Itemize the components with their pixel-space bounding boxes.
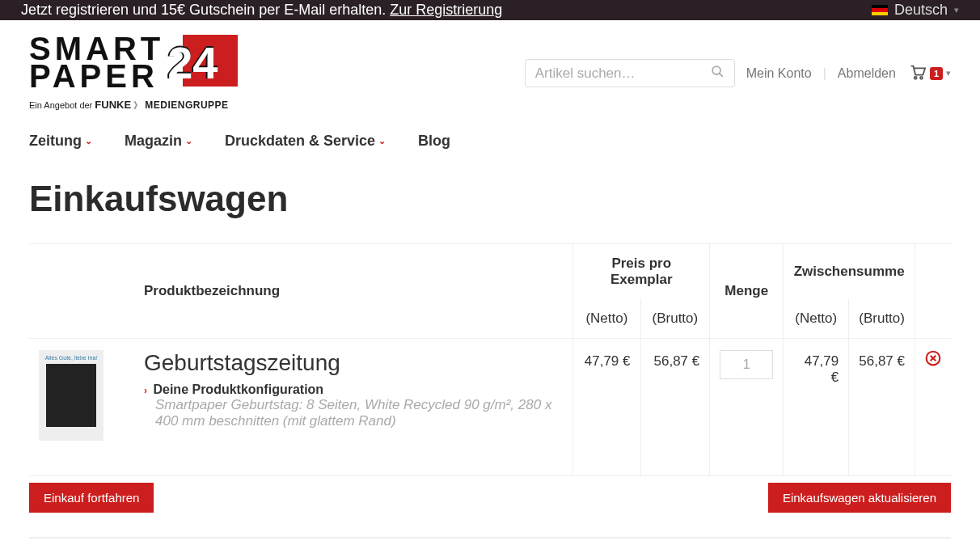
promo-text-content: Jetzt registrieren und 15€ Gutschein per…: [21, 2, 390, 18]
cart-actions: Einkauf fortfahren Einkaufswagen aktuali…: [29, 476, 951, 538]
logo-24-icon: 24: [169, 35, 238, 94]
svg-point-0: [712, 66, 720, 74]
promo-link[interactable]: Zur Registrierung: [390, 2, 502, 18]
col-product: Produktbezeichnung: [134, 244, 573, 339]
chevron-down-icon: ⌄: [85, 136, 92, 146]
search-icon[interactable]: [711, 65, 724, 82]
subtotal-brutto: 56,87 €: [849, 339, 915, 476]
nav-label: Druckdaten & Service: [225, 133, 375, 150]
price-brutto: 56,87 €: [640, 339, 710, 476]
flag-germany-icon: [872, 5, 888, 15]
col-sub-brutto: (Brutto): [849, 299, 915, 339]
config-toggle[interactable]: › Deine Produktkonfiguration: [144, 382, 563, 397]
col-sub-netto: (Netto): [784, 299, 849, 339]
nav-label: Blog: [418, 133, 450, 150]
svg-point-2: [915, 76, 917, 78]
cart-table: Produktbezeichnung Preis pro Exemplar Me…: [29, 243, 951, 539]
price-netto: 47,79 €: [573, 339, 640, 476]
logout-link[interactable]: Abmelden: [838, 66, 896, 81]
quantity-input[interactable]: [720, 350, 773, 379]
nav-item-druckdaten[interactable]: Druckdaten & Service ⌄: [225, 133, 386, 150]
header: SMART PAPER 24 Ein Angebot der FUNKE 》 M…: [29, 20, 951, 118]
product-thumbnail[interactable]: Alles Gute, liebe Ina!: [39, 350, 103, 441]
col-netto: (Netto): [573, 299, 640, 339]
promo-text: Jetzt registrieren und 15€ Gutschein per…: [21, 2, 502, 19]
caret-right-icon: ›: [144, 385, 147, 396]
nav-item-zeitung[interactable]: Zeitung ⌄: [29, 133, 92, 150]
chevron-down-icon: ▾: [954, 5, 959, 15]
mini-cart[interactable]: 1 ▾: [907, 63, 951, 84]
chevron-down-icon: ⌄: [185, 136, 192, 146]
language-switcher[interactable]: Deutsch ▾: [872, 2, 959, 19]
config-detail: Smartpaper Geburtstag: 8 Seiten, White R…: [155, 397, 563, 430]
divider: |: [823, 66, 826, 81]
cart-icon: [907, 63, 927, 84]
search-input[interactable]: [535, 65, 711, 82]
thumb-caption: Alles Gute, liebe Ina!: [45, 355, 98, 361]
nav-item-blog[interactable]: Blog: [418, 133, 450, 150]
remove-item-button[interactable]: [925, 354, 941, 370]
continue-shopping-button[interactable]: Einkauf fortfahren: [29, 483, 154, 513]
thumb-image: [46, 364, 96, 427]
main-nav: Zeitung ⌄ Magazin ⌄ Druckdaten & Service…: [29, 118, 951, 159]
search-box[interactable]: [525, 59, 735, 87]
update-cart-button[interactable]: Einkaufswagen aktualisieren: [768, 483, 951, 513]
chevron-down-icon: ⌄: [378, 136, 386, 146]
cart-count-badge: 1: [930, 67, 943, 80]
cart-row: Alles Gute, liebe Ina! Geburtstagszeitun…: [29, 339, 951, 476]
col-subtotal: Zwischensumme: [784, 244, 915, 300]
subtotal-netto: 47,79 €: [784, 339, 849, 476]
config-label-text: Deine Produktkonfiguration: [153, 382, 323, 396]
page-title: Einkaufswagen: [29, 159, 951, 243]
nav-item-magazin[interactable]: Magazin ⌄: [125, 133, 192, 150]
svg-point-3: [920, 76, 923, 78]
product-name[interactable]: Geburtstagszeitung: [144, 350, 563, 376]
nav-label: Magazin: [125, 133, 182, 150]
logo-subtitle: Ein Angebot der FUNKE 》 MEDIENGRUPPE: [29, 99, 238, 112]
svg-line-1: [719, 74, 722, 77]
nav-label: Zeitung: [29, 133, 82, 150]
my-account-link[interactable]: Mein Konto: [746, 66, 812, 81]
logo[interactable]: SMART PAPER 24 Ein Angebot der FUNKE 》 M…: [29, 35, 238, 112]
col-brutto: (Brutto): [640, 299, 710, 339]
col-qty: Menge: [710, 244, 784, 339]
col-price-per-copy: Preis pro Exemplar: [573, 244, 710, 300]
language-label: Deutsch: [894, 2, 948, 19]
chevron-down-icon: ▾: [946, 68, 951, 78]
promo-banner: Jetzt registrieren und 15€ Gutschein per…: [0, 0, 980, 20]
logo-text-line2: PAPER: [29, 62, 164, 90]
